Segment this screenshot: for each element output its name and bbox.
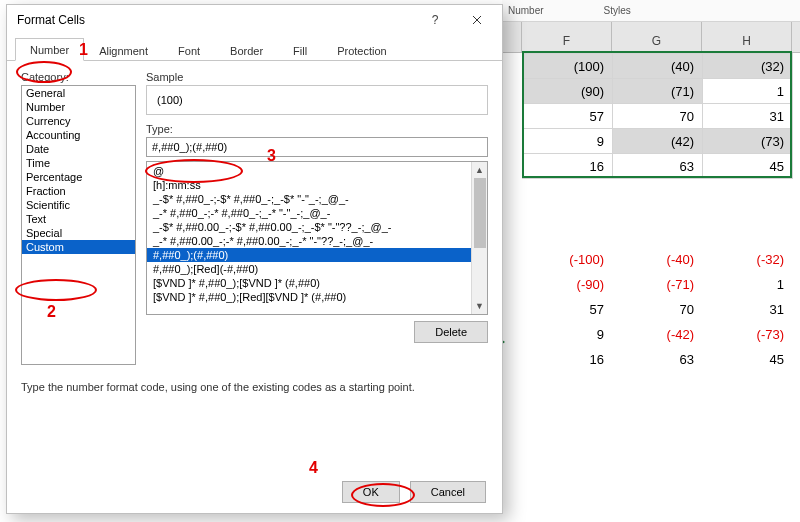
data-block-1[interactable]: (100)(40)(32)(90)(71)15770319(42)(73)166… [522,53,793,179]
sample-value: (100) [146,85,488,115]
category-item[interactable]: Time [22,156,135,170]
cell[interactable]: 57 [522,297,612,322]
cell[interactable]: (40) [613,54,703,79]
cell[interactable]: 45 [702,347,792,372]
format-item[interactable]: _-* #,##0_-;-* #,##0_-;_-* "-"_-;_@_- [147,206,471,220]
dialog-tabs: NumberAlignmentFontBorderFillProtection [7,35,502,61]
delete-button[interactable]: Delete [414,321,488,343]
category-item[interactable]: Custom [22,240,135,254]
dialog-titlebar[interactable]: Format Cells ? [7,5,502,35]
category-item[interactable]: Currency [22,114,135,128]
category-item[interactable]: Special [22,226,135,240]
ribbon-groups: Number Styles [502,0,800,22]
cell[interactable]: 63 [612,347,702,372]
cell[interactable]: 1 [702,272,792,297]
ok-button[interactable]: OK [342,481,400,503]
format-item[interactable]: _-$* #,##0.00_-;-$* #,##0.00_-;_-$* "-"?… [147,220,471,234]
cell[interactable]: 9 [523,129,613,154]
ribbon-group-number: Number [508,5,544,16]
tab-fill[interactable]: Fill [278,39,322,61]
cell[interactable]: (-90) [522,272,612,297]
ribbon-group-styles: Styles [604,5,631,16]
format-item[interactable]: #,##0_);[Red](-#,##0) [147,262,471,276]
category-listbox[interactable]: GeneralNumberCurrencyAccountingDateTimeP… [21,85,136,365]
scroll-thumb[interactable] [474,178,486,248]
tab-protection[interactable]: Protection [322,39,402,61]
sample-label: Sample [146,71,488,83]
category-item[interactable]: Text [22,212,135,226]
column-headers: F G H [502,22,800,53]
cell[interactable]: 1 [703,79,793,104]
cell[interactable]: (-71) [612,272,702,297]
cell[interactable]: (100) [523,54,613,79]
cell[interactable]: 16 [522,347,612,372]
scrollbar[interactable]: ▲ ▼ [471,162,487,314]
format-item[interactable]: [$VND ]* #,##0_);[Red][$VND ]* (#,##0) [147,290,471,304]
cell[interactable]: (42) [613,129,703,154]
cell[interactable]: 16 [523,154,613,179]
col-header-h[interactable]: H [702,22,792,52]
hint-text: Type the number format code, using one o… [21,381,488,393]
type-label: Type: [146,123,488,135]
category-item[interactable]: Number [22,100,135,114]
format-item[interactable]: @ [147,164,471,178]
category-item[interactable]: Percentage [22,170,135,184]
cell[interactable]: 63 [613,154,703,179]
data-block-2[interactable]: (-100)(-40)(-32)(-90)(-71)15770319(-42)(… [522,247,792,372]
cell[interactable]: 9 [522,322,612,347]
format-item[interactable]: _-* #,##0.00_-;-* #,##0.00_-;_-* "-"??_-… [147,234,471,248]
cell[interactable]: 45 [703,154,793,179]
close-icon[interactable] [456,7,498,33]
category-item[interactable]: Scientific [22,198,135,212]
cell[interactable]: 70 [613,104,703,129]
cell[interactable]: (-73) [702,322,792,347]
tab-alignment[interactable]: Alignment [84,39,163,61]
spreadsheet[interactable]: F G H (100)(40)(32)(90)(71)15770319(42)(… [502,22,800,522]
tab-border[interactable]: Border [215,39,278,61]
cell[interactable]: (-40) [612,247,702,272]
category-item[interactable]: Date [22,142,135,156]
help-icon[interactable]: ? [414,7,456,33]
format-cells-dialog: Format Cells ? NumberAlignmentFontBorder… [6,4,503,514]
tab-font[interactable]: Font [163,39,215,61]
category-item[interactable]: General [22,86,135,100]
scroll-up-icon[interactable]: ▲ [472,162,487,178]
cell[interactable]: (71) [613,79,703,104]
dialog-title: Format Cells [17,13,414,27]
cell[interactable]: (-100) [522,247,612,272]
cell[interactable]: (73) [703,129,793,154]
cell[interactable]: (32) [703,54,793,79]
cell[interactable]: 57 [523,104,613,129]
cell[interactable]: (90) [523,79,613,104]
type-input[interactable] [146,137,488,157]
scroll-down-icon[interactable]: ▼ [472,298,487,314]
col-header-f[interactable]: F [522,22,612,52]
category-item[interactable]: Fraction [22,184,135,198]
format-item[interactable]: #,##0_);(#,##0) [147,248,471,262]
cell[interactable]: 70 [612,297,702,322]
cell[interactable]: 31 [702,297,792,322]
format-item[interactable]: [h]:mm:ss [147,178,471,192]
category-label: Category: [21,71,136,83]
format-item[interactable]: [$VND ]* #,##0_);[$VND ]* (#,##0) [147,276,471,290]
col-header-g[interactable]: G [612,22,702,52]
cancel-button[interactable]: Cancel [410,481,486,503]
format-list[interactable]: @[h]:mm:ss_-$* #,##0_-;-$* #,##0_-;_-$* … [146,161,488,315]
format-item[interactable]: _-$* #,##0_-;-$* #,##0_-;_-$* "-"_-;_@_- [147,192,471,206]
cell[interactable]: (-42) [612,322,702,347]
tab-number[interactable]: Number [15,38,84,61]
cell[interactable]: (-32) [702,247,792,272]
category-item[interactable]: Accounting [22,128,135,142]
cell[interactable]: 31 [703,104,793,129]
